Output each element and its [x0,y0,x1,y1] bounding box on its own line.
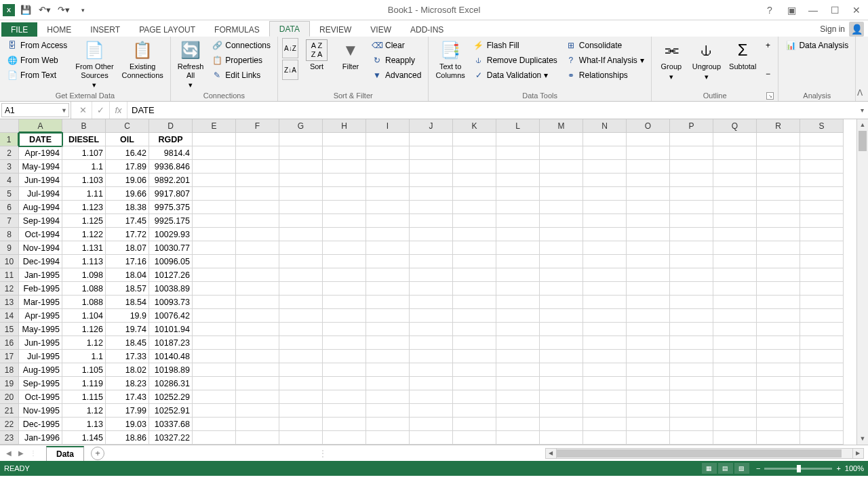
enter-formula-button[interactable]: ✓ [92,102,110,119]
cell[interactable] [627,133,670,146]
spreadsheet-grid[interactable]: ABCDEFGHIJKLMNOPQRS 12345678910111213141… [0,119,868,445]
cell[interactable] [670,336,713,350]
cell[interactable] [757,350,800,363]
row-header-10[interactable]: 10 [0,255,19,268]
zoom-slider[interactable] [764,468,832,470]
cell[interactable] [670,133,713,146]
cell[interactable] [713,268,757,282]
filter-button[interactable]: ▼Filter [335,38,366,73]
cell[interactable] [757,323,800,336]
cell[interactable] [279,228,323,241]
tab-page-layout[interactable]: PAGE LAYOUT [130,22,205,37]
cell[interactable] [279,431,323,445]
cell[interactable] [670,241,713,255]
cell[interactable] [713,146,757,160]
cell[interactable] [800,282,844,296]
cell[interactable] [366,350,410,363]
cell[interactable]: 19.9 [106,309,149,323]
column-header-H[interactable]: H [323,119,366,133]
cell[interactable] [800,174,844,187]
row-header-23[interactable]: 23 [0,431,19,445]
zoom-out-button[interactable]: − [756,464,760,472]
cell[interactable] [193,323,236,336]
cell[interactable] [366,431,410,445]
cell[interactable] [496,268,540,282]
cell[interactable]: 9975.375 [149,201,193,214]
cell[interactable] [453,418,496,431]
cell[interactable]: 19.74 [106,323,149,336]
cell[interactable] [410,431,453,445]
cell[interactable]: 16.42 [106,146,149,160]
cell[interactable] [540,390,583,404]
cell[interactable] [540,418,583,431]
cell[interactable] [366,296,410,309]
zoom-in-button[interactable]: + [836,464,840,472]
cell[interactable] [193,431,236,445]
cell[interactable] [366,336,410,350]
cell[interactable] [670,187,713,201]
cell[interactable] [323,133,366,146]
cell[interactable] [410,336,453,350]
cell[interactable]: Jan-1995 [19,268,62,282]
cell[interactable] [757,201,800,214]
cell[interactable]: 10093.73 [149,296,193,309]
cell[interactable] [583,296,627,309]
undo-button[interactable]: ↶▾ [37,2,53,18]
cell[interactable]: 10038.89 [149,282,193,296]
cell[interactable] [323,309,366,323]
cell[interactable] [627,390,670,404]
cell[interactable]: Nov-1994 [19,241,62,255]
cell[interactable]: 18.54 [106,296,149,309]
cell[interactable] [713,241,757,255]
cell[interactable]: 1.123 [62,201,106,214]
cell[interactable]: 1.11 [62,187,106,201]
cell[interactable]: 1.115 [62,390,106,404]
row-header-20[interactable]: 20 [0,390,19,404]
cell[interactable] [583,418,627,431]
cell[interactable] [453,336,496,350]
cell[interactable] [279,174,323,187]
cell[interactable] [236,228,279,241]
cell[interactable] [279,418,323,431]
cell[interactable] [627,363,670,377]
cell[interactable]: Jan-1996 [19,431,62,445]
cell[interactable] [496,133,540,146]
cell[interactable] [323,377,366,390]
cell[interactable] [323,363,366,377]
ribbon-display-options[interactable]: ▣ [783,1,800,19]
cell[interactable]: 18.45 [106,336,149,350]
vertical-scrollbar[interactable]: ▲ ▼ [856,119,868,445]
cell[interactable] [323,146,366,160]
cell[interactable] [279,350,323,363]
cell[interactable] [670,350,713,363]
cell[interactable] [453,187,496,201]
cell[interactable] [583,431,627,445]
cell[interactable] [453,390,496,404]
remove-duplicates-button[interactable]: ⫝Remove Duplicates [471,53,560,68]
cell[interactable] [279,363,323,377]
cell[interactable] [583,228,627,241]
cell[interactable] [713,187,757,201]
cell[interactable]: 10327.22 [149,431,193,445]
cell[interactable] [713,133,757,146]
cell[interactable] [540,323,583,336]
cell[interactable] [670,228,713,241]
cell[interactable] [540,255,583,268]
cell[interactable] [583,390,627,404]
cell[interactable] [540,214,583,228]
edit-links-button[interactable]: ✎Edit Links [209,68,273,83]
tab-view[interactable]: VIEW [361,22,401,37]
row-header-18[interactable]: 18 [0,363,19,377]
cancel-formula-button[interactable]: ✕ [75,102,92,119]
cell[interactable] [453,363,496,377]
cell[interactable] [800,187,844,201]
sheet-tab-data[interactable]: Data [46,446,84,461]
cell[interactable]: 1.12 [62,404,106,418]
cell[interactable] [670,214,713,228]
connections-button[interactable]: 🔗Connections [209,38,273,53]
cell[interactable] [453,350,496,363]
cell[interactable] [279,336,323,350]
cell[interactable]: 1.12 [62,336,106,350]
cell[interactable] [496,187,540,201]
cell[interactable]: Jun-1995 [19,336,62,350]
